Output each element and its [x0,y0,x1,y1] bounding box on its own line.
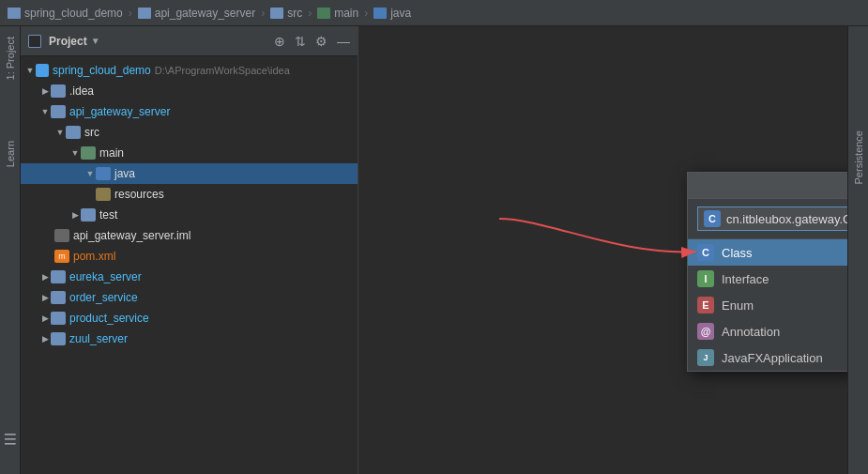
tree-item-product[interactable]: ▶ product_service [21,308,358,329]
tree-item-test[interactable]: ▶ test [21,205,358,225]
sidebar-title-label: Project [49,35,87,48]
label-iml: api_gateway_server.iml [73,229,190,242]
sidebar-item-bottom[interactable]: ☰ [1,410,20,466]
right-tabs: Persistence [847,26,868,474]
folder-icon-order [51,291,66,304]
folder-icon-test [81,208,96,222]
dialog-list-item-class[interactable]: C Class [688,239,847,266]
main-layout: 1: Project Learn ☰ Project ▼ ⊕ ⇅ ⚙ — [0,26,868,474]
annotation-label: Annotation [722,325,780,339]
label-spring-cloud-demo-path: D:\AProgramWorkSpace\idea [155,65,290,76]
folder-icon-5 [373,8,387,19]
tree-item-eureka[interactable]: ▶ eureka_server [21,267,358,287]
dialog-list-item-javafx[interactable]: J JavaFXApplication [688,344,847,371]
sidebar-action-minimize[interactable]: — [337,34,350,49]
sidebar-item-project[interactable]: 1: Project [1,30,20,86]
class-c-icon: C [704,210,721,227]
breadcrumb-item-5[interactable]: java [373,7,411,20]
folder-icon-2 [138,8,151,19]
arrow-order: ▶ [39,292,51,303]
project-tab-label: 1: Project [5,37,16,80]
sidebar-dropdown-arrow[interactable]: ▼ [91,36,100,46]
sidebar-item-learn[interactable]: Learn [1,126,20,182]
interface-icon: I [697,270,714,287]
label-test: test [99,208,117,222]
arrow-api-gateway: ▼ [39,106,51,117]
sidebar-header: Project ▼ ⊕ ⇅ ⚙ — [21,26,358,56]
breadcrumb-label-5: java [390,7,411,20]
folder-icon-product [51,312,66,325]
arrow-java: ▼ [84,168,96,179]
tree-item-pom[interactable]: m pom.xml [21,246,358,267]
arrow-main: ▼ [69,147,81,159]
sidebar-item-persistence[interactable]: Persistence [849,120,868,195]
folder-icon-zuul [51,332,66,345]
bottom-tab-label: ☰ [1,430,19,448]
arrow-product: ▶ [39,313,51,324]
file-icon-pom: m [54,250,69,263]
dialog-list-item-enum[interactable]: E Enum [688,292,847,318]
label-main: main [99,146,124,160]
new-java-class-dialog[interactable]: New Java Class C C Class I Interface [687,172,847,372]
dialog-list-item-annotation[interactable]: @ Annotation [688,318,847,344]
folder-icon-resources [96,188,111,201]
tree-item-spring-cloud-demo[interactable]: ▼ spring_cloud_demo D:\AProgramWorkSpace… [21,60,358,81]
tree-item-order[interactable]: ▶ order_service [21,287,358,308]
sidebar-action-target[interactable]: ⊕ [274,34,285,49]
breadcrumb-sep-2: › [261,7,265,20]
tree-item-resources[interactable]: resources [21,184,358,205]
file-icon-iml [54,229,69,242]
javafx-label: JavaFXApplication [722,351,823,365]
dialog-input-field[interactable]: C [697,206,847,231]
monitor-icon [28,35,41,48]
project-icon [36,64,49,77]
tree-item-java[interactable]: ▼ java [21,163,358,184]
folder-icon-idea [51,84,66,98]
annotation-icon: @ [697,323,714,340]
arrow-eureka: ▶ [39,271,51,283]
tree-item-api-gateway[interactable]: ▼ api_gateway_server [21,101,358,122]
tree-item-src[interactable]: ▼ src [21,122,358,143]
tree-item-main[interactable]: ▼ main [21,143,358,163]
sidebar-action-gear[interactable]: ⚙ [315,34,327,49]
label-src: src [84,126,99,139]
arrow-spring-cloud-demo: ▼ [24,65,36,76]
dialog-list-item-interface[interactable]: I Interface [688,266,847,292]
breadcrumb-label-2: api_gateway_server [155,7,255,20]
breadcrumb-bar: spring_cloud_demo › api_gateway_server ›… [0,0,868,26]
project-tree: ▼ spring_cloud_demo D:\AProgramWorkSpace… [21,56,358,474]
breadcrumb-label-3: src [287,7,302,20]
label-api-gateway: api_gateway_server [69,105,170,118]
left-tabs: 1: Project Learn ☰ [0,26,21,474]
label-idea: .idea [69,84,94,98]
dialog-title: New Java Class [688,173,847,199]
breadcrumb-item-3[interactable]: src [270,7,302,20]
sidebar-title: Project ▼ [49,35,100,48]
content-area: Every File Ct Files tion B New Java Clas… [358,26,847,474]
persistence-tab-label: Persistence [853,130,864,184]
tree-item-idea[interactable]: ▶ .idea [21,81,358,101]
sidebar: Project ▼ ⊕ ⇅ ⚙ — ▼ spring_cloud_demo D:… [21,26,358,474]
learn-tab-label: Learn [5,141,16,167]
dialog-list: C Class I Interface E Enum @ Annotation [688,239,847,371]
label-order: order_service [69,291,138,304]
breadcrumb-item-2[interactable]: api_gateway_server [138,7,255,20]
breadcrumb-item-1[interactable]: spring_cloud_demo [8,7,123,20]
breadcrumb-item-4[interactable]: main [317,7,358,20]
folder-icon-1 [8,8,21,19]
arrow-zuul: ▶ [39,333,51,344]
class-label: Class [722,246,753,260]
class-name-input[interactable] [726,212,847,226]
enum-label: Enum [722,298,754,313]
tree-item-iml[interactable]: api_gateway_server.iml [21,225,358,246]
sidebar-action-sort[interactable]: ⇅ [295,34,306,49]
tree-item-zuul[interactable]: ▶ zuul_server [21,329,358,349]
class-icon: C [697,244,714,261]
arrow-test: ▶ [69,209,81,221]
breadcrumb-sep-3: › [308,7,312,20]
sidebar-actions: ⊕ ⇅ ⚙ — [274,34,350,49]
interface-label: Interface [722,272,769,286]
breadcrumb-label-1: spring_cloud_demo [24,7,123,20]
label-java: java [114,167,135,180]
breadcrumb-sep-1: › [129,7,132,20]
